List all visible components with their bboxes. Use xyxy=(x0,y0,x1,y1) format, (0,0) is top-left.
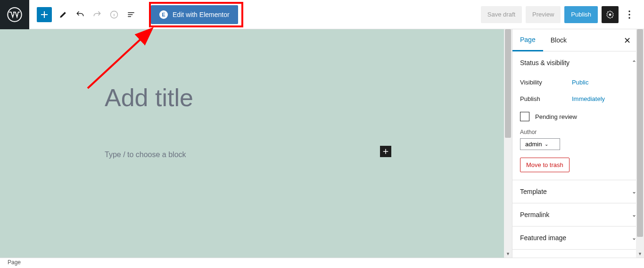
elementor-label: Edit with Elementor xyxy=(173,11,230,18)
visibility-label: Visibility xyxy=(520,79,572,86)
panel-featured-image-header[interactable]: Featured image ⌄ xyxy=(512,226,644,249)
more-options-button[interactable] xyxy=(622,6,636,23)
add-block-button[interactable] xyxy=(37,7,52,22)
panel-title: Status & visibility xyxy=(520,59,570,67)
move-to-trash-button[interactable]: Move to trash xyxy=(520,158,570,172)
publish-button[interactable]: Publish xyxy=(564,6,598,23)
chevron-down-icon: ⌄ xyxy=(545,142,548,147)
scroll-down-icon[interactable]: ▼ xyxy=(504,250,512,258)
close-sidebar-button[interactable]: ✕ xyxy=(621,35,633,46)
pending-review-label: Pending review xyxy=(535,113,577,120)
svg-point-2 xyxy=(609,13,611,16)
publish-label: Publish xyxy=(520,95,572,102)
undo-button[interactable] xyxy=(72,6,89,23)
settings-sidebar: Page Block ✕ Status & visibility ⌃ Visib… xyxy=(512,29,644,258)
breadcrumb-bar: Page xyxy=(0,258,644,268)
pending-review-checkbox[interactable] xyxy=(520,112,529,121)
preview-button[interactable]: Preview xyxy=(526,6,561,23)
page-title-input[interactable]: Add title xyxy=(105,84,193,112)
scroll-down-icon[interactable]: ▼ xyxy=(636,250,644,258)
tab-block[interactable]: Block xyxy=(543,29,574,51)
panel-status-visibility-header[interactable]: Status & visibility ⌃ xyxy=(512,51,644,74)
publish-value[interactable]: Immediately xyxy=(572,95,605,102)
tab-page[interactable]: Page xyxy=(512,29,543,51)
breadcrumb[interactable]: Page xyxy=(8,259,21,266)
svg-point-4 xyxy=(628,14,630,15)
sidebar-scrollbar[interactable]: ▲ ▼ xyxy=(636,29,644,258)
svg-point-0 xyxy=(8,8,21,21)
edit-icon[interactable] xyxy=(55,6,72,23)
author-value: admin xyxy=(525,141,542,148)
block-placeholder-text[interactable]: Type / to choose a block xyxy=(105,151,186,159)
panel-title: Featured image xyxy=(520,234,566,242)
elementor-icon: E xyxy=(159,10,168,19)
author-select[interactable]: admin ⌄ xyxy=(520,138,560,150)
author-label: Author xyxy=(520,126,636,135)
canvas-scrollbar[interactable]: ▲ ▼ xyxy=(504,29,512,258)
inline-add-block-button[interactable] xyxy=(380,146,391,157)
panel-template-header[interactable]: Template ⌄ xyxy=(512,180,644,203)
svg-point-3 xyxy=(628,10,630,12)
panel-title: Template xyxy=(520,188,547,195)
settings-button[interactable] xyxy=(602,6,619,23)
scrollbar-thumb[interactable] xyxy=(637,29,643,237)
visibility-value[interactable]: Public xyxy=(572,79,588,86)
scrollbar-thumb[interactable] xyxy=(505,29,511,138)
info-icon[interactable] xyxy=(106,6,123,23)
edit-with-elementor-button[interactable]: E Edit with Elementor xyxy=(151,5,238,24)
list-view-icon[interactable] xyxy=(123,6,140,23)
redo-button xyxy=(89,6,106,23)
save-draft-button[interactable]: Save draft xyxy=(481,6,522,23)
wordpress-logo[interactable] xyxy=(0,0,29,29)
editor-canvas[interactable]: Add title Type / to choose a block ▲ ▼ xyxy=(0,29,512,258)
svg-point-5 xyxy=(628,17,630,18)
panel-permalink-header[interactable]: Permalink ⌄ xyxy=(512,203,644,226)
panel-title: Permalink xyxy=(520,211,549,218)
